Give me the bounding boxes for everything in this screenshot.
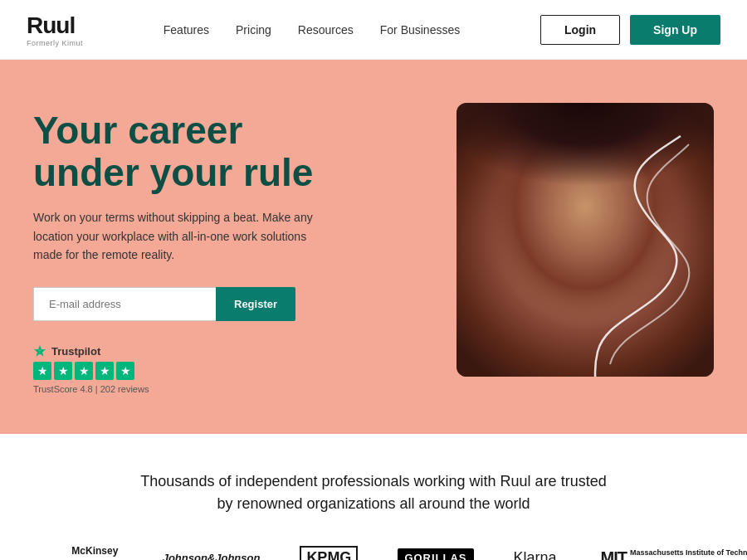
hero-image	[456, 103, 714, 377]
hero-image-area	[456, 103, 714, 377]
star-5: ★	[116, 362, 134, 380]
navbar: Ruul Formerly Kimut Features Pricing Res…	[0, 0, 747, 60]
logo-gorillas: GORILLAS	[398, 548, 473, 560]
hero-hair	[456, 103, 714, 199]
email-input[interactable]	[33, 287, 216, 321]
nav-links: Features Pricing Resources For Businesse…	[164, 23, 460, 37]
trustpilot-logo: Trustpilot	[33, 344, 382, 358]
logo-kpmg: KPMG	[300, 546, 358, 560]
trustpilot-icon	[33, 344, 46, 358]
nav-actions: Login Sign Up	[540, 15, 720, 45]
hero-photo-bg	[456, 103, 714, 377]
nav-for-businesses[interactable]: For Businesses	[380, 23, 460, 37]
hero-subtitle: Work on your terms without skipping a be…	[33, 208, 332, 264]
signup-button[interactable]: Sign Up	[630, 15, 720, 45]
stars-row: ★ ★ ★ ★ ★	[33, 362, 382, 380]
star-1: ★	[33, 362, 51, 380]
svg-marker-0	[34, 345, 46, 357]
logo-subtitle: Formerly Kimut	[27, 39, 83, 47]
nav-pricing[interactable]: Pricing	[236, 23, 271, 37]
logo-name: Ruul	[27, 12, 83, 39]
logo[interactable]: Ruul Formerly Kimut	[27, 12, 83, 47]
star-2: ★	[54, 362, 72, 380]
nav-resources[interactable]: Resources	[298, 23, 354, 37]
trustpilot-label: Trustpilot	[51, 345, 100, 358]
logo-mckinsey: McKinsey& Company	[67, 545, 123, 560]
logo-mit: MIT Massachusetts Institute of Technolog…	[601, 548, 680, 560]
mit-letters: MIT	[601, 548, 627, 560]
nav-features[interactable]: Features	[164, 23, 209, 37]
mit-subtitle: Massachusetts Institute of Technology	[630, 548, 680, 558]
trust-score: TrustScore 4.8 | 202 reviews	[33, 384, 382, 394]
logos-row: McKinsey& Company Johnson&Johnson KPMG G…	[33, 545, 714, 560]
logo-jj: Johnson&Johnson	[163, 552, 261, 560]
logo-klarna: Klarna.	[514, 549, 561, 560]
trusted-section: Thousands of independent professionals w…	[0, 434, 747, 560]
login-button[interactable]: Login	[540, 15, 620, 45]
register-button[interactable]: Register	[216, 287, 295, 321]
hero-content: Your career under your rule Work on your…	[33, 103, 382, 394]
trustpilot: Trustpilot ★ ★ ★ ★ ★ TrustScore 4.8 | 20…	[33, 344, 382, 394]
trusted-title: Thousands of independent professionals w…	[133, 470, 614, 515]
hero-section: Your career under your rule Work on your…	[0, 60, 747, 434]
hero-form: Register	[33, 287, 382, 321]
star-4: ★	[95, 362, 114, 380]
hero-title: Your career under your rule	[33, 110, 382, 193]
star-3: ★	[75, 362, 93, 380]
